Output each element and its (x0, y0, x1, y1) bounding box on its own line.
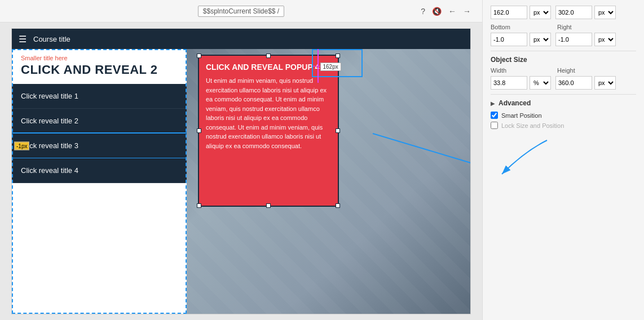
smart-position-checkbox[interactable] (491, 112, 498, 119)
object-size-title: Object Size (491, 56, 636, 64)
panel-arrow-svg (491, 140, 558, 185)
prop-bottom-right-row: px % px % (491, 33, 636, 46)
reveal-item-3[interactable]: Click reveal title 3 -1px (12, 134, 187, 158)
reveal-item-2[interactable]: Click reveal title 2 (12, 109, 187, 134)
hamburger-icon: ☰ (19, 34, 27, 45)
right1-field-group: px % (555, 6, 616, 19)
slide-body: Smaller title here CLICK AND REVEAL 2 ☞ … (12, 49, 470, 314)
smart-position-row: Smart Position (491, 112, 636, 119)
next-arrow-icon[interactable]: → (463, 7, 471, 16)
popup-body: Ut enim ad minim veniam, quis nostrud ex… (199, 76, 338, 157)
top-bar: $$splntoCurrent Slide$$ / ? 🔇 ← → (0, 0, 482, 23)
handle-tl (197, 54, 201, 58)
top-unit-select[interactable]: px % (530, 6, 551, 19)
main-heading: CLICK AND REVEAL 2 (21, 63, 178, 77)
bottom-unit-select[interactable]: px % (530, 33, 551, 46)
measure-label: 162px (320, 63, 341, 71)
handle-ml (197, 128, 201, 133)
width-field-group: % px (491, 76, 551, 90)
height-label: Height (557, 67, 580, 74)
smaller-title: Smaller title here (21, 55, 178, 61)
right-panel: 162px (187, 49, 470, 314)
size-labels-row: Width Height (491, 67, 636, 74)
bg-image: 162px (187, 49, 470, 314)
right1-value-input[interactable] (555, 6, 592, 19)
top-value-input[interactable] (491, 6, 527, 19)
reveal-items-list: Click reveal title 1 Click reveal title … (12, 84, 187, 314)
lock-size-checkbox[interactable] (491, 122, 498, 129)
help-icon[interactable]: ? (421, 7, 425, 16)
smart-position-label: Smart Position (501, 112, 542, 119)
handle-mr (336, 128, 340, 133)
advanced-header[interactable]: ▶ Advanced (491, 99, 636, 107)
handle-br (336, 203, 340, 208)
divider-1 (491, 51, 636, 51)
slide-frame: ☰ Course title Smaller title here CLICK … (11, 28, 471, 314)
reveal-item-1[interactable]: Click reveal title 1 (12, 84, 187, 109)
right2-field-group: px % (555, 33, 616, 46)
neg-tooltip: -1px (14, 141, 29, 150)
reveal-item-4[interactable]: Click reveal title 4 (12, 158, 187, 183)
lock-size-label: Lock Size and Position (501, 122, 564, 129)
right2-unit-select[interactable]: px % (594, 33, 616, 46)
divider-2 (491, 94, 636, 95)
width-label: Width (491, 67, 553, 74)
panel-arrow-area (491, 140, 636, 188)
bottom-label: Bottom (491, 24, 553, 30)
audio-icon[interactable]: 🔇 (432, 7, 442, 16)
slide-label: $$splntoCurrent Slide$$ / (198, 6, 284, 17)
top-field-group: px % (491, 6, 551, 19)
width-unit-select[interactable]: % px (530, 76, 551, 90)
slide-navbar: ☰ Course title (12, 29, 470, 49)
bottom-field-group: px % (491, 33, 551, 46)
canvas-wrapper: $$splntoCurrent Slide$$ / ? 🔇 ← → ☰ Cour… (0, 0, 482, 320)
height-unit-select[interactable]: px % (594, 76, 616, 90)
course-title: Course title (33, 35, 70, 43)
advanced-title: Advanced (499, 99, 531, 107)
top-bar-icons: ? 🔇 ← → (421, 7, 471, 16)
left-panel: Smaller title here CLICK AND REVEAL 2 ☞ … (12, 49, 187, 314)
height-field-group: px % (555, 76, 616, 90)
properties-panel: px % px % Bottom Right px (482, 0, 644, 320)
height-value-input[interactable] (555, 76, 592, 90)
prev-arrow-icon[interactable]: ← (448, 7, 456, 16)
right2-value-input[interactable] (555, 33, 592, 46)
handle-bl (197, 203, 201, 208)
left-header: Smaller title here CLICK AND REVEAL 2 (12, 49, 187, 79)
prop-top-right-row: px % px % (491, 6, 636, 19)
width-value-input[interactable] (491, 76, 527, 90)
right-label: Right (557, 24, 580, 30)
lock-size-row: Lock Size and Position (491, 122, 636, 129)
prop-labels-row: Bottom Right (491, 24, 636, 30)
handle-bc (266, 203, 271, 208)
handle-tc (266, 54, 271, 58)
size-values-row: % px px % (491, 76, 636, 90)
triangle-icon: ▶ (491, 100, 495, 106)
right1-unit-select[interactable]: px % (594, 6, 616, 19)
bottom-value-input[interactable] (491, 33, 527, 46)
